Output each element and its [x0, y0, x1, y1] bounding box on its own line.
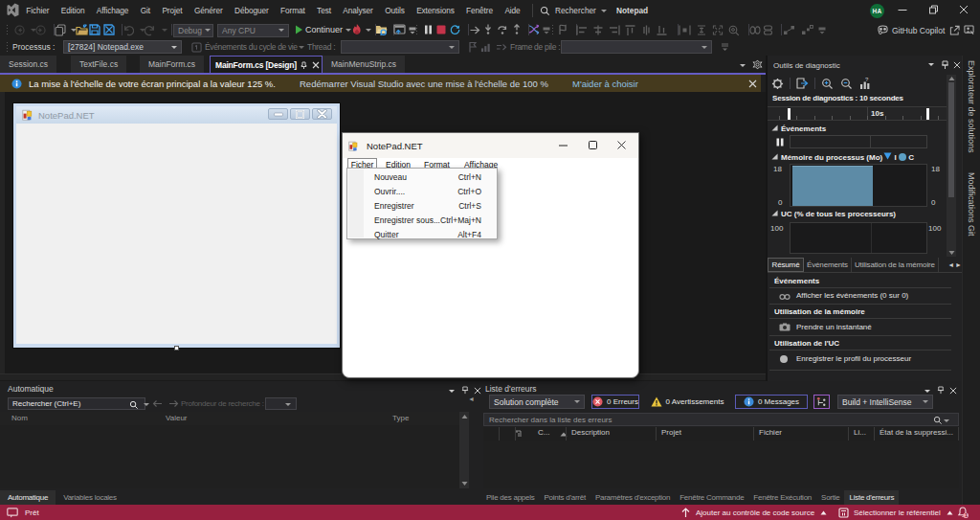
- svg-text:1: 1: [965, 512, 968, 518]
- svg-text:?: ?: [865, 78, 869, 82]
